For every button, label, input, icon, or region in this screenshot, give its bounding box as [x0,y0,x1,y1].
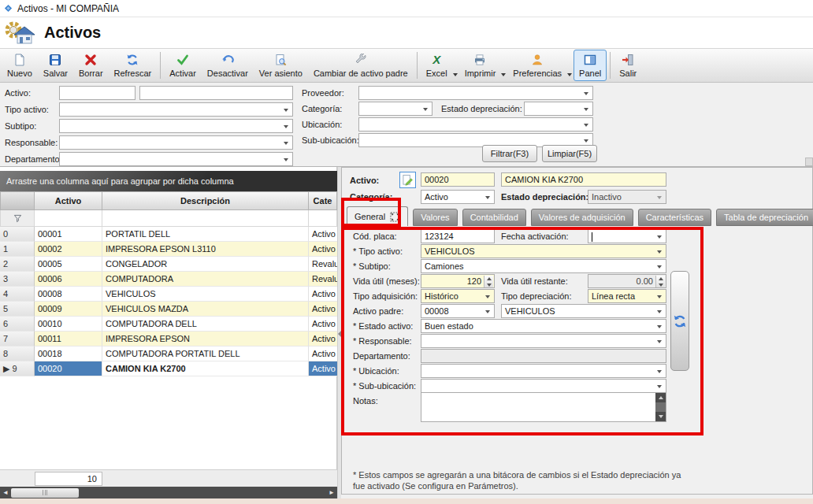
group-by-bar[interactable]: Arrastre una columna aquí para agrupar p… [0,171,337,191]
preferences-dropdown-caret[interactable] [567,73,574,81]
scroll-right-arrow[interactable]: ► [326,487,337,498]
cell-descripcion[interactable]: CONGELADOR [102,257,309,272]
responsable-select[interactable] [421,334,666,348]
cell-categoria[interactable]: Activo [309,302,337,317]
cell-activo[interactable]: 00020 [35,361,102,376]
tab-contabilidad[interactable]: Contabilidad [462,209,526,226]
cell-descripcion[interactable]: VEHICULOS [102,287,309,302]
cell-descripcion[interactable]: PORTATIL DELL [102,227,309,242]
change-parent-asset-button[interactable]: Cambiar de activo padre [308,50,414,81]
notas-textarea[interactable] [421,392,666,422]
cell-categoria[interactable]: Activo [309,287,337,302]
row-indicator[interactable]: 1 [0,242,35,257]
scrollbar-thumb[interactable] [11,488,79,498]
print-dropdown-caret[interactable] [501,73,507,81]
scroll-down-arrow[interactable] [655,412,666,421]
detail-estado-dep-select[interactable]: Inactivo [588,190,666,204]
tipo-adquisicion-select[interactable]: Histórico [421,289,495,303]
move-handle-icon[interactable] [390,212,400,222]
excel-button[interactable]: X Excel [421,50,453,81]
table-row[interactable]: 700011IMPRESORA EPSONActivo [0,332,337,346]
estado-activo-select[interactable]: Buen estado [421,319,666,333]
cell-categoria[interactable]: Activo [309,242,337,257]
cod-placa-input[interactable]: 123124 [421,229,495,243]
cell-categoria[interactable]: Revalua [309,257,337,272]
row-indicator[interactable]: 8 [0,346,35,361]
tab-valores[interactable]: Valores [413,209,457,226]
cell-categoria[interactable]: Activo [309,346,337,361]
delete-button[interactable]: Borrar [73,50,109,81]
refresh-button[interactable]: Refrescar [109,50,158,81]
activate-button[interactable]: Activar [164,50,202,81]
cell-descripcion[interactable]: IMPRESORA EPSON L3110 [102,242,309,257]
scroll-left-arrow[interactable]: ◄ [0,487,11,498]
cell-activo[interactable]: 00008 [35,287,102,302]
new-button[interactable]: Nuevo [2,50,38,81]
filter-cell-categoria[interactable] [309,210,337,227]
cell-descripcion[interactable]: COMPUTADORA PORTATIL DELL [102,346,309,361]
filter-activo-code-input[interactable] [59,86,136,100]
scroll-up-arrow[interactable] [655,393,666,402]
reload-detail-button[interactable] [670,271,689,371]
cell-activo[interactable]: 00009 [35,302,102,317]
tab-tabla-depreciacion[interactable]: Tabla de depreciación [716,209,813,226]
table-row[interactable]: 100002IMPRESORA EPSON L3110Activo [0,242,337,257]
table-row[interactable]: 000001PORTATIL DELLActivo [0,227,337,242]
row-indicator[interactable]: 7 [0,332,35,346]
filter-responsable-select[interactable] [59,135,293,150]
horizontal-scrollbar[interactable]: ◄ ► [0,487,337,498]
filter-proveedor-select[interactable] [358,86,593,100]
panel-toggle-button[interactable]: Panel [574,50,607,81]
tipo-depreciacion-select[interactable]: Línea recta [588,289,666,303]
column-header-activo[interactable]: Activo [35,191,102,210]
cell-activo[interactable]: 00010 [35,317,102,332]
activo-padre-code-select[interactable]: 00008 [421,304,495,318]
table-row[interactable]: 800018COMPUTADORA PORTATIL DELLActivo [0,346,337,361]
cell-descripcion[interactable]: COMPUTADORA DELL [102,317,309,332]
cell-descripcion[interactable]: VEHICULOS MAZDA [102,302,309,317]
collapsed-panel-handle[interactable] [805,158,813,166]
preferences-button[interactable]: Preferencias [507,50,567,81]
filter-activo-desc-input[interactable] [139,86,293,100]
tipo-activo-select[interactable]: VEHICULOS [421,244,666,258]
fecha-activacion-select[interactable] [588,229,666,243]
subtipo-select[interactable]: Camiones [421,259,666,273]
activo-padre-desc-select[interactable]: VEHICULOS [501,304,666,318]
row-indicator-header[interactable] [0,191,35,210]
cell-categoria[interactable]: Activo [309,317,337,332]
column-header-categoria[interactable]: Cate [309,191,337,210]
row-indicator[interactable]: 2 [0,257,35,272]
cell-activo[interactable]: 00006 [35,272,102,287]
excel-dropdown-caret[interactable] [453,73,459,81]
cell-activo[interactable]: 00005 [35,257,102,272]
table-row[interactable]: 600010COMPUTADORA DELLActivo [0,317,337,332]
cell-categoria[interactable]: Activo [309,332,337,346]
cell-categoria[interactable]: Activo [309,227,337,242]
row-indicator[interactable]: ▶ 9 [0,361,35,376]
table-row[interactable]: 300006COMPUTADORARevalua [0,272,337,287]
row-indicator[interactable]: 6 [0,317,35,332]
view-entry-button[interactable]: Ver asiento [254,50,308,81]
cell-categoria[interactable]: Revalua [309,272,337,287]
print-button[interactable]: Imprimir [459,50,502,81]
filter-ubicacion-select[interactable] [358,117,593,132]
sub-ubicacion-select[interactable] [421,379,666,393]
edit-asset-button[interactable] [399,172,416,188]
table-row[interactable]: ▶ 900020CAMION KIA K2700Activo [0,361,337,376]
cell-categoria[interactable]: Activo [309,361,337,376]
detail-activo-desc-field[interactable]: CAMION KIA K2700 [501,172,666,187]
detail-categoria-select[interactable]: Activo [421,190,495,204]
row-indicator[interactable]: 5 [0,302,35,317]
filter-estado-depreciacion-select[interactable] [524,102,593,116]
limpiar-button[interactable]: Limpiar(F5) [542,145,597,162]
spinner-buttons[interactable] [484,276,493,288]
tab-caracteristicas[interactable]: Características [638,209,711,226]
filter-departamento-select[interactable] [59,152,293,166]
column-header-descripcion[interactable]: Descripción [102,191,309,210]
ubicacion-select[interactable] [421,364,666,378]
table-row[interactable]: 400008VEHICULOSActivo [0,287,337,302]
row-indicator[interactable]: 0 [0,227,35,242]
row-indicator[interactable]: 3 [0,272,35,287]
deactivate-button[interactable]: Desactivar [202,50,254,81]
tab-valores-adquisicion[interactable]: Valores de adquisición [531,209,633,226]
